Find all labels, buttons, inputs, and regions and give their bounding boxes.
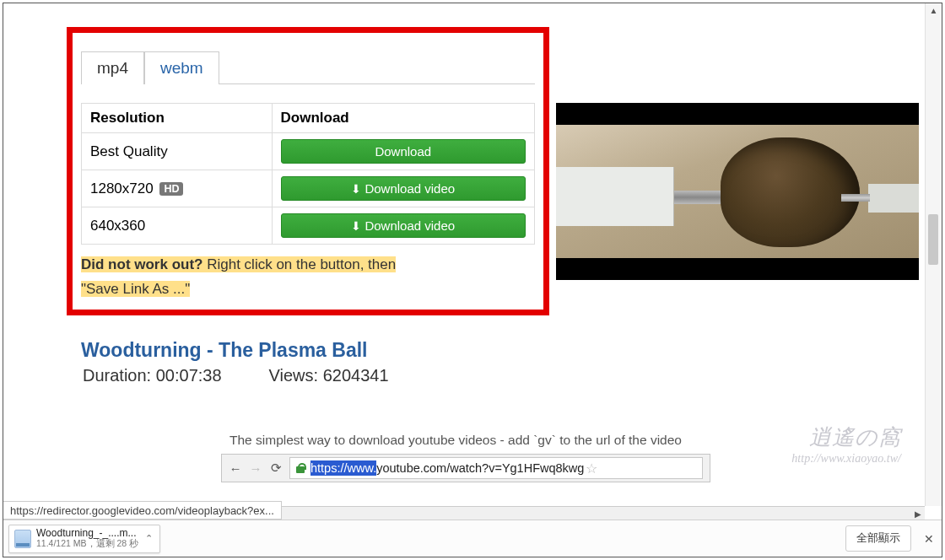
status-bar: https://redirector.googlevideo.com/video… bbox=[3, 501, 282, 520]
thumbnail-image bbox=[556, 125, 919, 258]
video-meta: Duration: 00:07:38 Views: 6204341 bbox=[83, 366, 389, 385]
address-field: https://www.youtube.com/watch?v=Yg1HFwq8… bbox=[289, 457, 703, 479]
views-label: Views: bbox=[269, 366, 323, 385]
show-all-downloads-button[interactable]: 全部顯示 bbox=[845, 525, 911, 552]
tab-mp4[interactable]: mp4 bbox=[81, 51, 144, 84]
hint-mid: Right click on the button, then bbox=[202, 256, 396, 272]
download-icon: ⬇ bbox=[351, 219, 361, 233]
watermark-line2: http://www.xiaoyao.tw/ bbox=[791, 452, 901, 466]
duration-label: Duration: bbox=[83, 366, 156, 385]
download-button[interactable]: ⬇Download video bbox=[281, 176, 526, 201]
vertical-scrollbar[interactable]: ▲ bbox=[925, 3, 942, 506]
download-button-label: Download bbox=[375, 144, 431, 159]
scroll-thumb[interactable] bbox=[928, 214, 938, 265]
download-progress-text: 11.4/121 MB，還剩 28 秒 bbox=[36, 539, 138, 549]
chevron-up-icon[interactable]: ⌃ bbox=[145, 533, 153, 544]
hint-lead: Did not work out? bbox=[81, 256, 202, 272]
col-resolution-header: Resolution bbox=[82, 104, 273, 133]
download-item[interactable]: Woodturning_-_....m... 11.4/121 MB，還剩 28… bbox=[8, 525, 160, 553]
download-button[interactable]: Download bbox=[281, 139, 526, 164]
url-rest: youtube.com/watch?v=Yg1HFwq8kwg bbox=[376, 461, 584, 475]
hint-text: Did not work out? Right click on the but… bbox=[81, 253, 535, 302]
page-content: mp4 webm Resolution Download Best Qualit… bbox=[3, 3, 925, 520]
url-selected-part: https://www. bbox=[310, 460, 376, 476]
back-icon: ← bbox=[225, 458, 246, 478]
download-icon: ⬇ bbox=[351, 182, 361, 196]
scroll-right-arrow-icon[interactable]: ▶ bbox=[911, 507, 925, 520]
video-thumbnail[interactable] bbox=[556, 103, 919, 280]
star-icon: ☆ bbox=[586, 460, 597, 477]
hd-badge: HD bbox=[159, 182, 183, 196]
resolution-value: Best Quality bbox=[90, 143, 168, 159]
hint-tail: "Save Link As ..." bbox=[81, 281, 190, 297]
table-row: 640x360 ⬇Download video bbox=[82, 207, 535, 245]
col-download-header: Download bbox=[272, 104, 534, 133]
download-button[interactable]: ⬇Download video bbox=[281, 213, 526, 238]
reload-icon: ⟳ bbox=[266, 458, 286, 478]
table-row: 1280x720 HD ⬇Download video bbox=[82, 170, 535, 207]
resolution-value: 640x360 bbox=[90, 218, 145, 234]
views-value: 6204341 bbox=[323, 366, 389, 385]
download-button-label: Download video bbox=[364, 218, 455, 233]
scroll-up-arrow-icon[interactable]: ▲ bbox=[926, 3, 942, 17]
resolution-table: Resolution Download Best Quality Downloa… bbox=[81, 103, 535, 245]
lock-icon bbox=[294, 461, 307, 475]
file-icon bbox=[14, 530, 31, 548]
tabs-underline bbox=[219, 83, 535, 84]
resolution-value: 1280x720 bbox=[90, 180, 154, 197]
watermark: 逍遙の窩 http://www.xiaoyao.tw/ bbox=[791, 423, 901, 466]
download-button-label: Download video bbox=[364, 181, 455, 196]
url-mockup-image: ← → ⟳ https://www.youtube.com/watch?v=Yg… bbox=[221, 454, 710, 482]
tab-webm[interactable]: webm bbox=[144, 51, 219, 84]
close-shelf-button[interactable]: ✕ bbox=[916, 532, 942, 546]
forward-icon: → bbox=[246, 458, 266, 478]
duration-value: 00:07:38 bbox=[156, 366, 222, 385]
browser-viewport: mp4 webm Resolution Download Best Qualit… bbox=[3, 3, 942, 557]
table-row: Best Quality Download bbox=[82, 133, 535, 170]
tagline: The simplest way to download youtube vid… bbox=[3, 433, 908, 448]
downloads-shelf: Woodturning_-_....m... 11.4/121 MB，還剩 28… bbox=[3, 520, 942, 557]
watermark-line1: 逍遙の窩 bbox=[791, 423, 901, 452]
video-title[interactable]: Woodturning - The Plasma Ball bbox=[81, 339, 368, 362]
highlighted-download-panel: mp4 webm Resolution Download Best Qualit… bbox=[67, 27, 549, 315]
